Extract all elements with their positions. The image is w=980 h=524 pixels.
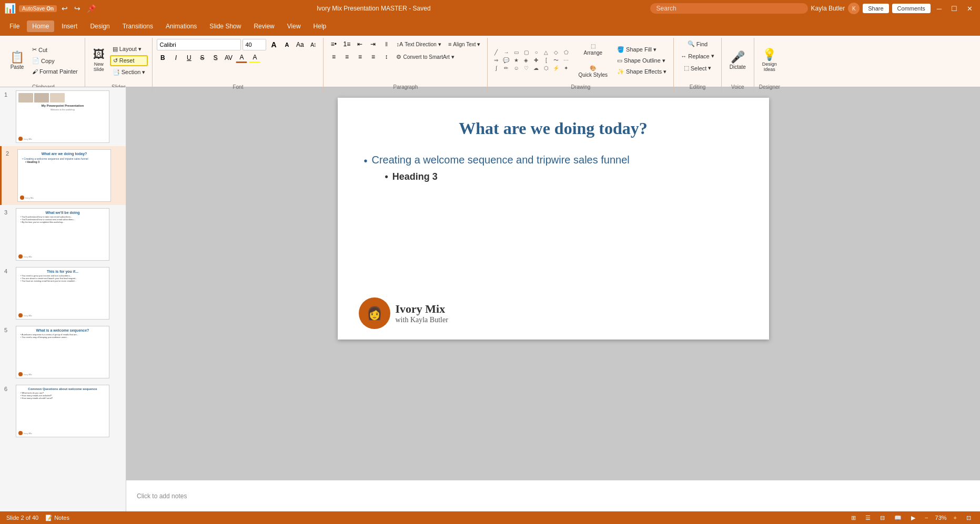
reading-view-button[interactable]: 📖 (892, 513, 904, 523)
underline-button[interactable]: U (183, 53, 195, 63)
line-spacing-button[interactable]: ↕ (380, 52, 392, 62)
strikethrough-button[interactable]: S (196, 53, 208, 63)
pin-button[interactable]: 📌 (85, 4, 97, 13)
decrease-font-button[interactable]: A (281, 39, 292, 50)
close-button[interactable]: ✕ (964, 4, 976, 14)
share-button[interactable]: Share (863, 4, 888, 13)
shape-rounded-rect[interactable]: ▢ (522, 49, 530, 56)
shape-callout[interactable]: 💬 (502, 57, 510, 64)
slide-canvas[interactable]: What are we doing today? • Creating a we… (338, 98, 769, 340)
paste-button[interactable]: 📋 Paste (6, 46, 28, 75)
align-right-button[interactable]: ≡ (354, 52, 366, 62)
slide-show-button[interactable]: ▶ (908, 513, 918, 523)
shape-extra3[interactable]: ✦ (562, 65, 570, 71)
outline-view-button[interactable]: ☰ (863, 513, 873, 523)
section-button[interactable]: 📑 Section ▾ (110, 67, 148, 77)
cut-button[interactable]: ✂ Cut (29, 45, 80, 55)
arrange-button[interactable]: ⬚ Arrange (574, 39, 611, 60)
shape-arrow-line[interactable]: → (502, 49, 510, 56)
convert-smartart-button[interactable]: ⚙ Convert to SmartArt ▾ (393, 52, 457, 62)
reset-button[interactable]: ↺ Reset (110, 55, 148, 66)
shape-freeform[interactable]: ✏ (502, 65, 510, 71)
shape-rect[interactable]: ▭ (512, 49, 520, 56)
align-left-button[interactable]: ≡ (328, 52, 339, 62)
slide-thumb-4[interactable]: 4 This is for you if... • You need to gr… (0, 264, 126, 323)
font-name-input[interactable] (157, 39, 241, 50)
notes-area[interactable]: Click to add notes (126, 480, 980, 511)
new-slide-button[interactable]: 🖼 NewSlide (89, 46, 108, 75)
shape-extra2[interactable]: ⚡ (552, 65, 560, 71)
highlight-color-button[interactable]: A (249, 53, 260, 63)
shape-more[interactable]: ⋯ (562, 57, 570, 64)
text-direction-button[interactable]: ↕A Text Direction ▾ (393, 39, 443, 49)
char-spacing-button[interactable]: AV (223, 53, 234, 63)
font-color-button[interactable]: A (236, 53, 247, 63)
align-text-button[interactable]: ≡ Align Text ▾ (446, 39, 483, 49)
shape-arrow[interactable]: ⇒ (492, 57, 500, 64)
increase-font-button[interactable]: A (268, 39, 279, 50)
decrease-indent-button[interactable]: ⇤ (354, 39, 366, 49)
shape-line[interactable]: ╱ (492, 49, 500, 56)
zoom-out-button[interactable]: − (922, 513, 931, 522)
slide-sorter-button[interactable]: ⊟ (877, 513, 887, 523)
layout-button[interactable]: ▤ Layout ▾ (110, 44, 148, 54)
shape-heart[interactable]: ♡ (522, 65, 530, 71)
shape-flowchart[interactable]: ◈ (522, 57, 530, 64)
shape-triangle[interactable]: △ (542, 49, 550, 56)
menu-home[interactable]: Home (27, 20, 54, 32)
zoom-in-button[interactable]: + (951, 513, 959, 522)
menu-insert[interactable]: Insert (56, 20, 83, 32)
shape-diamond[interactable]: ◇ (552, 49, 560, 56)
change-case-button[interactable]: Aa (294, 39, 306, 50)
shape-extra1[interactable]: ⬡ (542, 65, 550, 71)
normal-view-button[interactable]: ⊞ (848, 513, 858, 523)
shape-oval[interactable]: ○ (532, 49, 540, 56)
quick-styles-button[interactable]: 🎨 Quick Styles (574, 61, 611, 82)
dictate-button[interactable]: 🎤 Dictate (726, 46, 750, 75)
menu-transitions[interactable]: Transitions (117, 20, 158, 32)
select-button[interactable]: ⬚ Select ▾ (681, 63, 714, 73)
minimize-button[interactable]: ─ (934, 4, 945, 14)
menu-file[interactable]: File (4, 20, 25, 32)
justify-button[interactable]: ≡ (367, 52, 379, 62)
menu-review[interactable]: Review (248, 20, 279, 32)
shape-outline-button[interactable]: ▭ Shape Outline ▾ (614, 56, 669, 66)
slide-thumb-3[interactable]: 3 What we'll be doing • You'll understan… (0, 205, 126, 264)
format-painter-button[interactable]: 🖌 Format Painter (29, 67, 80, 76)
shape-effects-button[interactable]: ✨ Shape Effects ▾ (614, 67, 669, 77)
redo-button[interactable]: ↪ (73, 4, 82, 13)
undo-button[interactable]: ↩ (60, 4, 69, 13)
shape-star[interactable]: ★ (512, 57, 520, 64)
columns-button[interactable]: ⫴ (380, 39, 392, 49)
bold-button[interactable]: B (157, 53, 168, 63)
shape-wave[interactable]: 〜 (552, 57, 560, 64)
shape-pentagon[interactable]: ⬠ (562, 49, 570, 56)
menu-slide-show[interactable]: Slide Show (204, 20, 246, 32)
slide-thumb-1[interactable]: 1 My Powerpoint Presentation Welcome to … (0, 87, 126, 146)
menu-view[interactable]: View (282, 20, 306, 32)
slide-thumb-2[interactable]: 2 What are we doing today? • Creating a … (0, 146, 126, 205)
slide-thumb-6[interactable]: 6 Common Questions about welcome sequenc… (0, 382, 126, 440)
increase-indent-button[interactable]: ⇥ (367, 39, 379, 49)
shape-smiley[interactable]: ☺ (512, 65, 520, 71)
shadow-button[interactable]: S (209, 53, 221, 63)
fit-slide-button[interactable]: ⊡ (964, 513, 974, 523)
comments-button[interactable]: Comments (892, 4, 931, 13)
shape-cloud[interactable]: ☁ (532, 65, 540, 71)
clear-format-button[interactable]: A⃝ (307, 39, 319, 50)
shape-fill-button[interactable]: 🪣 Shape Fill ▾ (614, 45, 669, 55)
italic-button[interactable]: I (170, 53, 181, 63)
maximize-button[interactable]: ☐ (948, 4, 961, 14)
menu-design[interactable]: Design (85, 20, 115, 32)
menu-animations[interactable]: Animations (160, 20, 202, 32)
search-input[interactable] (650, 3, 808, 14)
shape-curve[interactable]: ∫ (492, 65, 500, 71)
copy-button[interactable]: 📄 Copy (29, 56, 80, 66)
align-center-button[interactable]: ≡ (341, 52, 352, 62)
notes-button[interactable]: 📝 Notes (43, 513, 72, 523)
numbering-button[interactable]: 1≡ (341, 39, 352, 49)
menu-help[interactable]: Help (308, 20, 332, 32)
bullets-button[interactable]: ≡• (328, 39, 339, 49)
design-ideas-button[interactable]: 💡 DesignIdeas (759, 46, 781, 75)
slide-thumb-5[interactable]: 5 What is a welcome sequence? • A welcom… (0, 323, 126, 382)
